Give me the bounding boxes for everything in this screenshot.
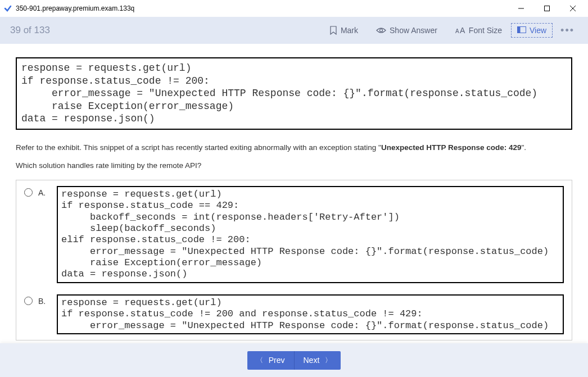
option-b-code: response = requests.get(url) if response…: [57, 294, 564, 334]
show-answer-button[interactable]: Show Answer: [370, 24, 443, 37]
mark-label: Mark: [341, 26, 358, 35]
font-size-button[interactable]: AA Font Size: [450, 24, 508, 37]
minimize-button[interactable]: [508, 0, 534, 17]
next-button[interactable]: Next 〉: [295, 351, 341, 370]
question-part2: ".: [521, 143, 526, 152]
question-part1: Refer to the exhibit. This snippet of a …: [16, 143, 381, 152]
option-a-row: A. response = requests.get(url) if respo…: [24, 186, 564, 283]
next-label: Next: [304, 356, 320, 365]
option-b-selector[interactable]: B.: [24, 294, 57, 306]
window-controls: [508, 0, 586, 17]
svg-point-4: [380, 29, 383, 32]
question-text-line1: Refer to the exhibit. This snippet of a …: [16, 142, 572, 153]
radio-icon: [24, 188, 33, 197]
option-b-row: B. response = requests.get(url) if respo…: [24, 294, 564, 334]
view-icon: [517, 26, 526, 35]
option-a-content: response = requests.get(url) if response…: [57, 186, 564, 283]
question-bold: Unexpected HTTP Response code: 429: [381, 143, 522, 152]
toolbar: 39 of 133 Mark Show Answer AA Font Size …: [0, 17, 588, 44]
content-area[interactable]: response = requests.get(url) if response…: [0, 44, 588, 343]
footer: 〈 Prev Next 〉: [0, 343, 588, 377]
question-counter: 39 of 133: [10, 25, 320, 36]
svg-text:A: A: [455, 28, 459, 34]
mark-button[interactable]: Mark: [324, 24, 364, 37]
option-b-content: response = requests.get(url) if response…: [57, 294, 564, 334]
option-a-code: response = requests.get(url) if response…: [57, 186, 564, 283]
svg-rect-1: [545, 6, 550, 11]
exhibit-code: response = requests.get(url) if response…: [16, 57, 572, 130]
prev-button[interactable]: 〈 Prev: [247, 351, 295, 370]
view-label: View: [530, 26, 546, 35]
prev-label: Prev: [269, 356, 285, 365]
chevron-right-icon: 〉: [325, 356, 332, 365]
svg-text:A: A: [460, 26, 465, 34]
titlebar: 350-901.prepaway.premium.exam.133q: [0, 0, 588, 17]
option-b-label: B.: [38, 297, 46, 306]
more-button[interactable]: •••: [553, 22, 578, 39]
option-a-label: A.: [38, 188, 46, 197]
view-button[interactable]: View: [511, 23, 553, 38]
nav-buttons: 〈 Prev Next 〉: [247, 351, 341, 370]
show-answer-label: Show Answer: [390, 26, 437, 35]
font-size-icon: AA: [455, 26, 465, 34]
option-a-selector[interactable]: A.: [24, 186, 57, 197]
eye-icon: [376, 27, 386, 34]
radio-icon: [24, 297, 33, 305]
app-icon: [3, 4, 12, 13]
window-title: 350-901.prepaway.premium.exam.133q: [16, 4, 508, 12]
svg-rect-8: [518, 27, 521, 33]
maximize-button[interactable]: [534, 0, 560, 17]
chevron-left-icon: 〈: [256, 356, 263, 365]
question-text-line2: Which solution handles rate limiting by …: [16, 161, 572, 170]
close-button[interactable]: [560, 0, 586, 17]
options-container: A. response = requests.get(url) if respo…: [16, 180, 572, 340]
font-size-label: Font Size: [469, 26, 502, 35]
bookmark-icon: [329, 26, 337, 35]
